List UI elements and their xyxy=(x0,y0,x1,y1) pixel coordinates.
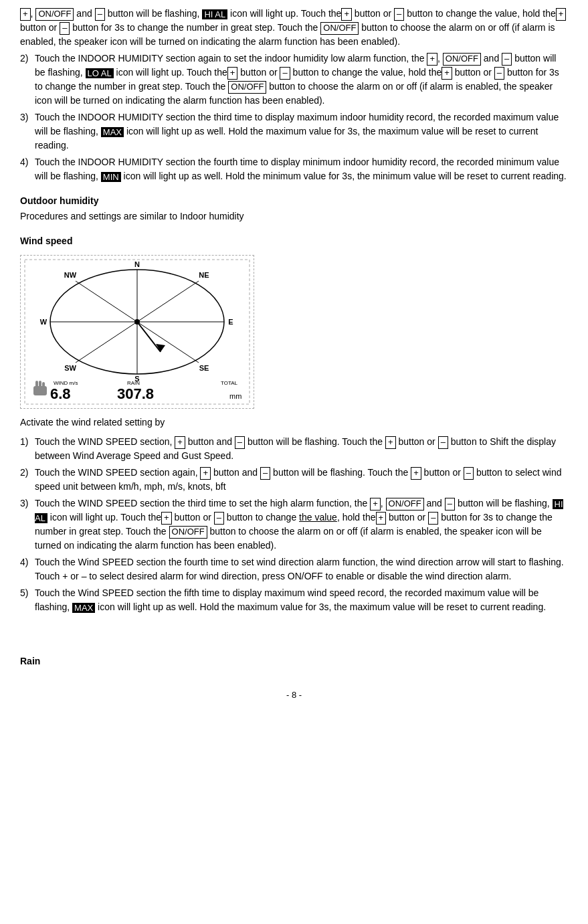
svg-point-21 xyxy=(135,320,139,324)
svg-text:W: W xyxy=(40,318,47,326)
list-item: 2) Touch the INDOOR HUMIDITY section aga… xyxy=(20,52,568,108)
item-num: 3) xyxy=(20,496,35,553)
item-num: 4) xyxy=(20,155,35,183)
list-item: 4) Touch the INDOOR HUMIDITY section the… xyxy=(20,155,568,183)
svg-text:N: N xyxy=(134,260,140,268)
svg-text:SE: SE xyxy=(199,364,209,372)
wind-speed-heading: Wind speed xyxy=(20,234,568,248)
svg-text:6.8: 6.8 xyxy=(50,385,71,402)
item-num: 1) xyxy=(20,435,35,463)
outdoor-humidity-section: Outdoor humidity Procedures and settings… xyxy=(20,194,568,223)
wind-speed-items: 1) Touch the WIND SPEED section, + butto… xyxy=(20,435,568,614)
outdoor-humidity-heading: Outdoor humidity xyxy=(20,194,568,208)
svg-line-6 xyxy=(137,281,199,322)
item-num: 2) xyxy=(20,466,35,494)
minus-btn: – xyxy=(95,8,105,19)
svg-line-19 xyxy=(137,322,161,352)
svg-rect-26 xyxy=(42,382,45,389)
onoff-btn: ON/OFF xyxy=(35,8,74,19)
page-content: +, ON/OFF and – button will be flashing,… xyxy=(20,7,568,702)
plus-btn: + xyxy=(20,8,31,19)
activate-text: Activate the wind related setting by xyxy=(20,415,568,430)
svg-rect-24 xyxy=(35,381,38,389)
svg-text:NW: NW xyxy=(64,271,77,279)
compass-svg: N S E W NE NW SE SW xyxy=(23,258,251,405)
rain-heading: Rain xyxy=(20,654,568,668)
list-item: 4) Touch the Wind SPEED section the four… xyxy=(20,555,568,583)
item-text: Touch the INDOOR HUMIDITY section again … xyxy=(35,52,568,108)
hand-icon xyxy=(33,381,47,395)
item-text: Touch the WIND SPEED section, + button a… xyxy=(35,435,568,463)
list-item: 1) Touch the WIND SPEED section, + butto… xyxy=(20,435,568,463)
svg-text:NE: NE xyxy=(199,271,209,279)
item-num: 3) xyxy=(20,110,35,153)
hi-al-highlight: HI AL xyxy=(202,8,227,19)
wind-speed-section: Wind speed xyxy=(20,234,568,614)
item-num: 4) xyxy=(20,555,35,583)
svg-rect-25 xyxy=(39,381,41,389)
item-num: 2) xyxy=(20,52,35,108)
item-text: Touch the Wind SPEED section the fourth … xyxy=(35,555,568,583)
item-text: Touch the Wind SPEED section the fifth t… xyxy=(35,586,568,614)
item-text: Touch the WIND SPEED section again, + bu… xyxy=(35,466,568,494)
indoor-humidity-items: 2) Touch the INDOOR HUMIDITY section aga… xyxy=(20,52,568,183)
svg-text:E: E xyxy=(228,318,233,326)
page-number: - 8 - xyxy=(20,688,568,702)
svg-line-9 xyxy=(137,322,199,363)
svg-text:TOTAL: TOTAL xyxy=(221,380,238,386)
item-num: 5) xyxy=(20,586,35,614)
outdoor-humidity-text: Procedures and settings are similar to I… xyxy=(20,209,568,223)
list-item: 5) Touch the Wind SPEED section the fift… xyxy=(20,586,568,614)
svg-line-8 xyxy=(76,281,137,322)
item-text: Touch the INDOOR HUMIDITY section the fo… xyxy=(35,155,568,183)
compass-diagram: N S E W NE NW SE SW xyxy=(20,255,254,409)
list-item: 2) Touch the WIND SPEED section again, +… xyxy=(20,466,568,494)
svg-text:SW: SW xyxy=(64,364,76,372)
intro-paragraph: +, ON/OFF and – button will be flashing,… xyxy=(20,7,568,49)
list-item: 3) Touch the INDOOR HUMIDITY section the… xyxy=(20,110,568,153)
svg-text:mm: mm xyxy=(229,392,241,400)
svg-text:307.8: 307.8 xyxy=(117,385,154,402)
item-text: Touch the WIND SPEED section the third t… xyxy=(35,496,568,553)
svg-line-7 xyxy=(76,322,137,363)
list-item: 3) Touch the WIND SPEED section the thir… xyxy=(20,496,568,553)
rain-section: Rain xyxy=(20,654,568,668)
item-text: Touch the INDOOR HUMIDITY section the th… xyxy=(35,110,568,153)
